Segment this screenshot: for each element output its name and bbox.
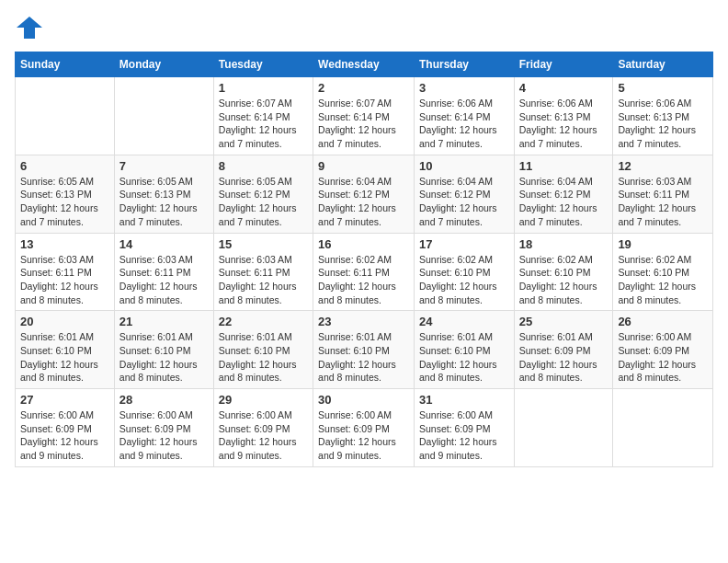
day-number: 19 [618,237,708,251]
day-of-week-header: Sunday [16,52,115,77]
day-number: 10 [419,159,509,173]
day-info: Sunrise: 6:06 AM Sunset: 6:13 PM Dayligh… [618,97,708,151]
calendar-cell: 12Sunrise: 6:03 AM Sunset: 6:11 PM Dayli… [613,155,713,233]
day-info: Sunrise: 6:00 AM Sunset: 6:09 PM Dayligh… [20,408,109,463]
calendar-week-row: 1Sunrise: 6:07 AM Sunset: 6:14 PM Daylig… [16,77,713,155]
day-number: 14 [119,237,209,251]
day-header-row: SundayMondayTuesdayWednesdayThursdayFrid… [16,52,713,77]
day-info: Sunrise: 6:02 AM Sunset: 6:10 PM Dayligh… [419,253,509,307]
day-info: Sunrise: 6:03 AM Sunset: 6:11 PM Dayligh… [219,253,308,307]
calendar-cell: 22Sunrise: 6:01 AM Sunset: 6:10 PM Dayli… [213,311,313,389]
calendar-week-row: 27Sunrise: 6:00 AM Sunset: 6:09 PM Dayli… [16,389,713,467]
day-of-week-header: Tuesday [213,52,313,77]
day-number: 11 [519,159,609,173]
day-number: 13 [20,237,109,251]
day-number: 26 [618,315,708,328]
day-info: Sunrise: 6:00 AM Sunset: 6:09 PM Dayligh… [119,408,209,463]
svg-marker-0 [17,17,42,39]
day-number: 2 [318,81,409,95]
day-number: 31 [419,393,509,407]
day-number: 3 [419,81,509,95]
day-info: Sunrise: 6:04 AM Sunset: 6:12 PM Dayligh… [318,175,409,229]
calendar-cell: 19Sunrise: 6:02 AM Sunset: 6:10 PM Dayli… [613,233,713,311]
day-info: Sunrise: 6:00 AM Sunset: 6:09 PM Dayligh… [618,330,708,385]
calendar-cell: 11Sunrise: 6:04 AM Sunset: 6:12 PM Dayli… [514,155,613,233]
day-number: 30 [318,393,409,407]
day-of-week-header: Monday [114,52,213,77]
calendar-cell: 13Sunrise: 6:03 AM Sunset: 6:11 PM Dayli… [16,233,115,311]
calendar-week-row: 13Sunrise: 6:03 AM Sunset: 6:11 PM Dayli… [16,233,713,311]
day-number: 27 [20,393,109,407]
day-info: Sunrise: 6:04 AM Sunset: 6:12 PM Dayligh… [519,175,609,229]
day-number: 17 [419,237,509,251]
day-number: 22 [219,315,308,328]
calendar-cell: 5Sunrise: 6:06 AM Sunset: 6:13 PM Daylig… [613,77,713,155]
day-info: Sunrise: 6:05 AM Sunset: 6:13 PM Dayligh… [20,175,109,229]
day-number: 9 [318,159,409,173]
day-info: Sunrise: 6:00 AM Sunset: 6:09 PM Dayligh… [419,408,509,463]
day-number: 16 [318,237,409,251]
day-of-week-header: Saturday [613,52,713,77]
day-number: 25 [519,315,609,328]
calendar-cell: 20Sunrise: 6:01 AM Sunset: 6:10 PM Dayli… [16,311,115,389]
calendar-cell: 24Sunrise: 6:01 AM Sunset: 6:10 PM Dayli… [414,311,514,389]
day-info: Sunrise: 6:02 AM Sunset: 6:11 PM Dayligh… [318,253,409,307]
calendar-cell: 31Sunrise: 6:00 AM Sunset: 6:09 PM Dayli… [414,389,514,467]
calendar-cell: 18Sunrise: 6:02 AM Sunset: 6:10 PM Dayli… [514,233,613,311]
calendar-cell: 2Sunrise: 6:07 AM Sunset: 6:14 PM Daylig… [313,77,415,155]
calendar-week-row: 6Sunrise: 6:05 AM Sunset: 6:13 PM Daylig… [16,155,713,233]
logo-icon [15,15,44,40]
calendar-cell: 26Sunrise: 6:00 AM Sunset: 6:09 PM Dayli… [613,311,713,389]
day-info: Sunrise: 6:04 AM Sunset: 6:12 PM Dayligh… [419,175,509,229]
day-number: 15 [219,237,308,251]
day-number: 12 [618,159,708,173]
calendar: SundayMondayTuesdayWednesdayThursdayFrid… [15,52,713,467]
calendar-header: SundayMondayTuesdayWednesdayThursdayFrid… [16,52,713,77]
calendar-cell: 29Sunrise: 6:00 AM Sunset: 6:09 PM Dayli… [213,389,313,467]
day-of-week-header: Friday [514,52,613,77]
day-info: Sunrise: 6:01 AM Sunset: 6:10 PM Dayligh… [419,330,509,385]
calendar-cell: 3Sunrise: 6:06 AM Sunset: 6:14 PM Daylig… [414,77,514,155]
calendar-cell [114,77,213,155]
calendar-cell [514,389,613,467]
calendar-cell: 1Sunrise: 6:07 AM Sunset: 6:14 PM Daylig… [213,77,313,155]
calendar-cell: 9Sunrise: 6:04 AM Sunset: 6:12 PM Daylig… [313,155,415,233]
day-of-week-header: Thursday [414,52,514,77]
day-info: Sunrise: 6:03 AM Sunset: 6:11 PM Dayligh… [119,253,209,307]
calendar-cell [16,77,115,155]
calendar-cell [613,389,713,467]
calendar-cell: 6Sunrise: 6:05 AM Sunset: 6:13 PM Daylig… [16,155,115,233]
day-number: 8 [219,159,308,173]
logo [15,15,48,40]
day-info: Sunrise: 6:02 AM Sunset: 6:10 PM Dayligh… [618,253,708,307]
day-info: Sunrise: 6:01 AM Sunset: 6:09 PM Dayligh… [519,330,609,385]
day-info: Sunrise: 6:01 AM Sunset: 6:10 PM Dayligh… [318,330,409,385]
day-info: Sunrise: 6:05 AM Sunset: 6:12 PM Dayligh… [219,175,308,229]
day-number: 1 [219,81,308,95]
calendar-cell: 28Sunrise: 6:00 AM Sunset: 6:09 PM Dayli… [114,389,213,467]
day-of-week-header: Wednesday [313,52,415,77]
calendar-cell: 14Sunrise: 6:03 AM Sunset: 6:11 PM Dayli… [114,233,213,311]
calendar-cell: 8Sunrise: 6:05 AM Sunset: 6:12 PM Daylig… [213,155,313,233]
calendar-cell: 30Sunrise: 6:00 AM Sunset: 6:09 PM Dayli… [313,389,415,467]
calendar-cell: 15Sunrise: 6:03 AM Sunset: 6:11 PM Dayli… [213,233,313,311]
calendar-cell: 4Sunrise: 6:06 AM Sunset: 6:13 PM Daylig… [514,77,613,155]
calendar-cell: 27Sunrise: 6:00 AM Sunset: 6:09 PM Dayli… [16,389,115,467]
day-number: 29 [219,393,308,407]
calendar-cell: 16Sunrise: 6:02 AM Sunset: 6:11 PM Dayli… [313,233,415,311]
day-number: 18 [519,237,609,251]
day-number: 24 [419,315,509,328]
calendar-cell: 21Sunrise: 6:01 AM Sunset: 6:10 PM Dayli… [114,311,213,389]
day-info: Sunrise: 6:02 AM Sunset: 6:10 PM Dayligh… [519,253,609,307]
day-info: Sunrise: 6:01 AM Sunset: 6:10 PM Dayligh… [20,330,109,385]
calendar-cell: 25Sunrise: 6:01 AM Sunset: 6:09 PM Dayli… [514,311,613,389]
day-info: Sunrise: 6:01 AM Sunset: 6:10 PM Dayligh… [219,330,308,385]
day-info: Sunrise: 6:07 AM Sunset: 6:14 PM Dayligh… [318,97,409,151]
day-info: Sunrise: 6:06 AM Sunset: 6:14 PM Dayligh… [419,97,509,151]
day-number: 7 [119,159,209,173]
day-info: Sunrise: 6:03 AM Sunset: 6:11 PM Dayligh… [618,175,708,229]
day-number: 28 [119,393,209,407]
calendar-cell: 23Sunrise: 6:01 AM Sunset: 6:10 PM Dayli… [313,311,415,389]
day-number: 20 [20,315,109,328]
day-number: 23 [318,315,409,328]
